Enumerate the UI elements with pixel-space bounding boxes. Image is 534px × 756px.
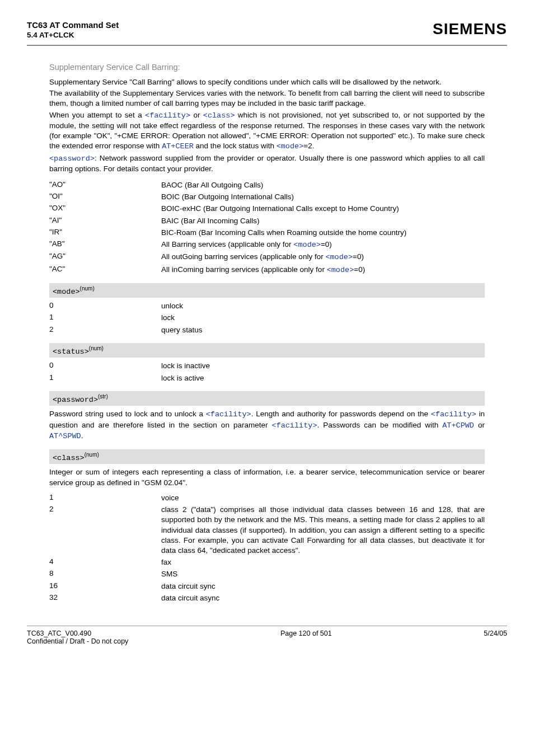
intro-p4: <password>: Network password supplied fr… (49, 153, 485, 174)
code-atspwd[interactable]: AT^SPWD (49, 432, 81, 440)
table-row: 0lock is inactive (49, 361, 485, 371)
intro-p1: Supplementary Service "Call Barring" all… (49, 77, 485, 87)
code-atcpwd[interactable]: AT+CPWD (442, 421, 474, 430)
barring-key: AG (49, 252, 65, 260)
text: When you attempt to set a (49, 111, 145, 119)
barring-key: OI (49, 192, 63, 200)
class-val: data circuit sync (161, 581, 485, 591)
table-row: 2query status (49, 325, 485, 335)
content-area: Supplementary Service Call Barring: Supp… (27, 63, 507, 603)
table-row: OX BOIC-exHC (Bar Outgoing International… (49, 204, 485, 214)
class-val: data circuit async (161, 593, 485, 603)
table-row: IR BIC-Roam (Bar Incoming Calls when Roa… (49, 228, 485, 238)
table-row: 0unlock (49, 301, 485, 311)
class-key: 1 (49, 493, 161, 503)
code-atceer[interactable]: AT+CEER (162, 142, 194, 151)
class-val: class 2 ("data") comprises all those ind… (161, 505, 485, 556)
class-val: fax (161, 557, 485, 567)
page-footer: TC63_ATC_V00.490 Confidential / Draft - … (27, 626, 507, 645)
mode-val: lock (161, 313, 485, 323)
param-header-class: <class>(num) (49, 449, 485, 464)
table-row: 2class 2 ("data") comprises all those in… (49, 505, 485, 556)
barring-key: AC (49, 265, 65, 273)
password-desc: Password string used to lock and to unlo… (49, 409, 485, 442)
barring-val: BOIC (Bar Outgoing International Calls) (161, 192, 485, 202)
intro-p2: The availability of the Supplementary Se… (49, 88, 485, 109)
param-header-mode: <mode>(num) (49, 283, 485, 298)
code-mode[interactable]: <mode> (327, 266, 354, 274)
barring-key: OX (49, 204, 65, 212)
table-row: AI BAIC (Bar All Incoming Calls) (49, 216, 485, 226)
code-mode[interactable]: <mode> (293, 241, 321, 249)
status-val: lock is inactive (161, 361, 485, 371)
text: or (190, 111, 203, 119)
class-key: 8 (49, 569, 161, 579)
barring-key: IR (49, 228, 62, 236)
barring-key: AB (49, 240, 65, 248)
footer-version: TC63_ATC_V00.490 (27, 630, 128, 637)
class-key: 32 (49, 593, 161, 603)
page-header: TC63 AT Command Set 5.4 AT+CLCK SIEMENS (27, 20, 507, 46)
barring-val: BAOC (Bar All Outgoing Calls) (161, 180, 485, 190)
barring-val: All inComing barring services (applicabl… (161, 265, 485, 275)
intro-p3: When you attempt to set a <facility> or … (49, 110, 485, 152)
footer-date: 5/24/05 (484, 630, 507, 645)
class-key: 2 (49, 505, 161, 556)
class-key: 16 (49, 581, 161, 591)
table-row: AO BAOC (Bar All Outgoing Calls) (49, 180, 485, 190)
doc-title: TC63 AT Command Set (27, 20, 119, 30)
barring-key: AI (49, 216, 62, 224)
footer-page: Page 120 of 501 (280, 630, 332, 645)
text: : Network password supplied from the pro… (49, 154, 485, 173)
code-mode[interactable]: <mode> (277, 142, 304, 151)
mode-key: 1 (49, 313, 161, 323)
doc-section: 5.4 AT+CLCK (27, 31, 119, 39)
table-row: 1lock is active (49, 373, 485, 383)
mode-key: 2 (49, 325, 161, 335)
barring-key: AO (49, 180, 65, 189)
status-key: 0 (49, 361, 161, 371)
status-key: 1 (49, 373, 161, 383)
section-subhead: Supplementary Service Call Barring: (49, 63, 485, 72)
table-row: 4fax (49, 557, 485, 567)
table-row: 1lock (49, 313, 485, 323)
param-header-password: <password>(str) (49, 391, 485, 406)
barring-val: BAIC (Bar All Incoming Calls) (161, 216, 485, 226)
barring-val: All outGoing barring services (applicabl… (161, 252, 485, 262)
code-mode[interactable]: <mode> (325, 253, 353, 261)
class-val: voice (161, 493, 485, 503)
table-row: 1voice (49, 493, 485, 503)
header-left: TC63 AT Command Set 5.4 AT+CLCK (27, 20, 119, 39)
table-row: AG All outGoing barring services (applic… (49, 252, 485, 262)
code-password[interactable]: <password> (49, 154, 95, 163)
code-facility[interactable]: <facility> (206, 410, 251, 419)
footer-confidential: Confidential / Draft - Do not copy (27, 637, 128, 645)
barring-val: All Barring services (applicable only fo… (161, 240, 485, 250)
mode-key: 0 (49, 301, 161, 311)
table-row: AC All inComing barring services (applic… (49, 265, 485, 275)
class-desc: Integer or sum of integers each represen… (49, 467, 485, 487)
brand-logo: SIEMENS (433, 20, 507, 38)
table-row: OI BOIC (Bar Outgoing International Call… (49, 192, 485, 202)
mode-val: unlock (161, 301, 485, 311)
class-val: SMS (161, 569, 485, 579)
mode-val: query status (161, 325, 485, 335)
text: and the lock status with (194, 142, 277, 150)
code-facility[interactable]: <facility> (271, 421, 317, 430)
status-val: lock is active (161, 373, 485, 383)
table-row: 16data circuit sync (49, 581, 485, 591)
table-row: AB All Barring services (applicable only… (49, 240, 485, 250)
table-row: 8SMS (49, 569, 485, 579)
code-facility[interactable]: <facility> (145, 111, 190, 120)
code-class[interactable]: <class> (203, 111, 235, 120)
code-facility[interactable]: <facility> (431, 410, 476, 419)
table-row: 32data circuit async (49, 593, 485, 603)
barring-val: BIC-Roam (Bar Incoming Calls when Roamin… (161, 228, 485, 238)
barring-val: BOIC-exHC (Bar Outgoing International Ca… (161, 204, 485, 214)
param-header-status: <status>(num) (49, 343, 485, 358)
class-key: 4 (49, 557, 161, 567)
text: =2. (303, 142, 314, 150)
